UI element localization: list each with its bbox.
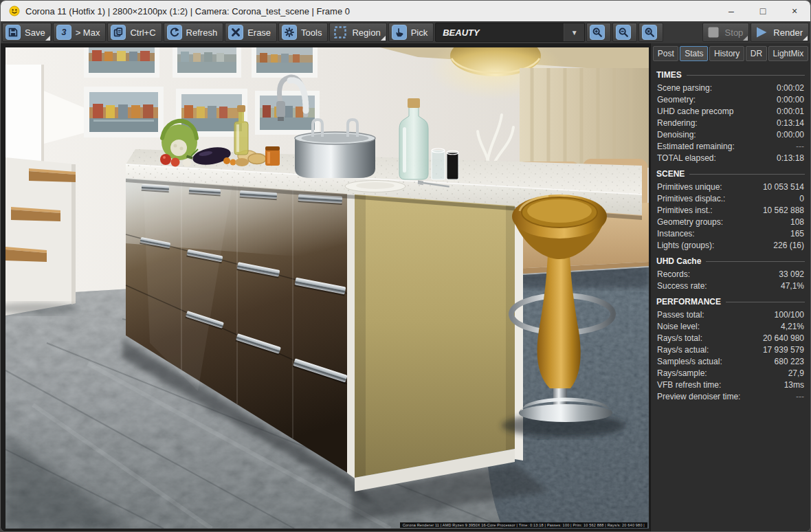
- stat-row: Preview denoiser time:---: [651, 390, 810, 402]
- stat-row: Geometry groups:108: [651, 216, 810, 228]
- section-heading: UHD Cache: [651, 251, 810, 268]
- stop-label: Stop: [725, 27, 744, 38]
- rendered-image: [5, 47, 649, 529]
- dropdown-corner: [803, 36, 808, 41]
- tab-stats[interactable]: Stats: [680, 46, 708, 61]
- tab-dr[interactable]: DR: [746, 46, 767, 61]
- stat-row: VFB refresh time:13ms: [651, 379, 810, 390]
- stop-icon: [706, 25, 721, 40]
- close-button[interactable]: ×: [779, 1, 810, 21]
- render-button[interactable]: Render: [751, 23, 809, 42]
- tools-label: Tools: [301, 27, 322, 38]
- window-title: Corona 11 (Hotfix 1) | 2800×2100px (1:2)…: [25, 6, 350, 16]
- stat-row: Estimated remaining:---: [651, 140, 810, 152]
- refresh-button[interactable]: Refresh: [164, 23, 224, 42]
- copy-button[interactable]: Ctrl+C: [107, 23, 162, 42]
- section-heading: PERFORMANCE: [651, 291, 810, 309]
- zoom-in-button[interactable]: [586, 23, 611, 42]
- titlebar: Corona 11 (Hotfix 1) | 2800×2100px (1:2)…: [1, 1, 810, 21]
- tab-post[interactable]: Post: [653, 46, 678, 61]
- tools-gear-icon: [282, 25, 297, 40]
- stat-row: Rays/s actual:17 939 579: [651, 344, 810, 355]
- stat-row: Denoising:0:00:00: [651, 129, 810, 140]
- panel-tabs: Post Stats History DR LightMix: [651, 43, 810, 63]
- zoom-reset-icon: [642, 25, 657, 40]
- pick-label: Pick: [411, 27, 428, 38]
- stat-row: TOTAL elapsed:0:13:18: [651, 152, 810, 164]
- toolbar-spacer: [665, 23, 700, 42]
- stat-row: Instances:165: [651, 228, 810, 239]
- region-icon: [333, 25, 348, 40]
- 3dsmax-icon: 3: [56, 25, 71, 40]
- svg-text:3: 3: [61, 27, 66, 37]
- dropdown-corner: [381, 36, 386, 41]
- pick-button[interactable]: Pick: [388, 23, 434, 42]
- save-button[interactable]: Save: [2, 23, 52, 42]
- stat-row: Lights (groups):226 (16): [651, 239, 810, 251]
- stat-row: Success rate:47,1%: [651, 280, 810, 291]
- stat-row: UHD cache precomp0:00:01: [651, 105, 810, 117]
- erase-button[interactable]: Erase: [225, 23, 277, 42]
- smiley-icon: [9, 5, 20, 16]
- stat-row: Scene parsing:0:00:02: [651, 82, 810, 93]
- stat-row: Noise level:4,21%: [651, 320, 810, 332]
- minimize-button[interactable]: –: [715, 1, 747, 21]
- pick-hand-icon: [392, 25, 407, 40]
- max-label: > Max: [76, 27, 100, 38]
- stat-row: Rays/sample:27,9: [651, 367, 810, 379]
- stat-row: Rays/s total:20 640 980: [651, 332, 810, 344]
- zoom-in-icon: [590, 25, 605, 40]
- corona-vfb-window: Corona 11 (Hotfix 1) | 2800×2100px (1:2)…: [0, 0, 811, 532]
- stat-row: Primitives unique:10 053 514: [651, 181, 810, 192]
- erase-label: Erase: [247, 27, 271, 38]
- erase-icon: [228, 25, 243, 40]
- maximize-button[interactable]: □: [747, 1, 779, 21]
- render-element-select[interactable]: BEAUTY ▼: [435, 23, 585, 42]
- stat-row: Samples/s actual:680 223: [651, 355, 810, 367]
- stat-row: Records:33 092: [651, 268, 810, 280]
- dropdown-corner: [45, 36, 50, 41]
- render-play-icon: [754, 25, 769, 40]
- zoom-out-icon: [616, 25, 631, 40]
- section-heading: TIMES: [651, 65, 810, 82]
- tab-lightmix[interactable]: LightMix: [768, 46, 808, 61]
- region-label: Region: [352, 27, 380, 38]
- stop-button[interactable]: Stop: [702, 23, 750, 42]
- stats-sections: TIMESScene parsing:0:00:02Geometry:0:00:…: [651, 63, 810, 402]
- save-label: Save: [25, 27, 45, 38]
- tools-button[interactable]: Tools: [278, 23, 328, 42]
- stat-row: Rendering:0:13:14: [651, 117, 810, 129]
- section-heading: SCENE: [651, 164, 810, 181]
- copy-label: Ctrl+C: [130, 27, 155, 38]
- render-element-value: BEAUTY: [436, 27, 564, 38]
- toolbar: Save 3 > Max Ctrl+C Refresh Erase: [1, 21, 810, 43]
- render-stamp: Corona Renderer 11 | AMD Ryzen 9 3950X 1…: [400, 522, 647, 528]
- dropdown-corner: [743, 36, 748, 41]
- region-button[interactable]: Region: [329, 23, 386, 42]
- stat-row: Passes total:100/100: [651, 309, 810, 320]
- refresh-icon: [167, 25, 182, 40]
- side-panel: Post Stats History DR LightMix TIMESScen…: [650, 43, 810, 532]
- stat-row: Primitives inst.:10 562 888: [651, 204, 810, 216]
- stat-row: Primitives displac.:0: [651, 192, 810, 204]
- refresh-label: Refresh: [186, 27, 218, 38]
- render-label: Render: [773, 27, 803, 38]
- stat-row: Geometry:0:00:00: [651, 93, 810, 105]
- chevron-down-icon[interactable]: ▼: [564, 23, 584, 41]
- send-to-max-button[interactable]: 3 > Max: [53, 23, 107, 42]
- zoom-reset-button[interactable]: [638, 23, 663, 42]
- copy-icon: [111, 25, 126, 40]
- render-viewport[interactable]: Corona Renderer 11 | AMD Ryzen 9 3950X 1…: [1, 43, 650, 532]
- tab-history[interactable]: History: [709, 46, 744, 61]
- zoom-out-button[interactable]: [612, 23, 637, 42]
- save-icon: [5, 25, 21, 40]
